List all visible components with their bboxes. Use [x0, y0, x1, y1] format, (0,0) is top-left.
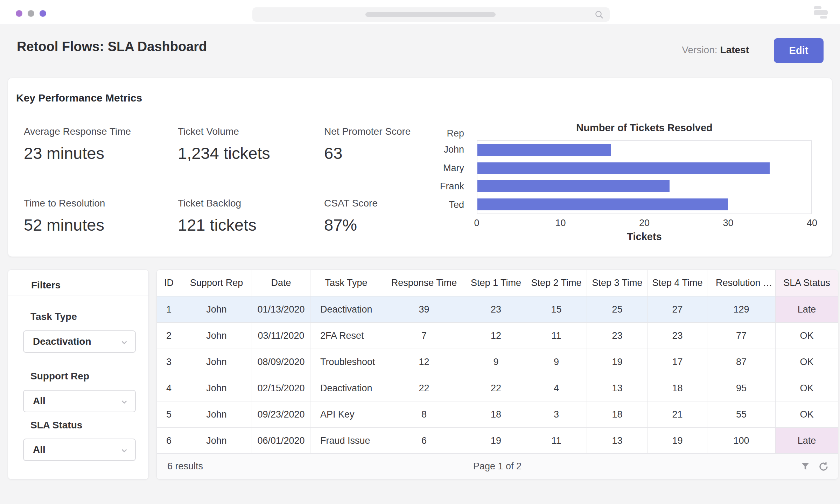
column-header[interactable]: Date	[252, 270, 310, 296]
metric-value: 1,234 tickets	[178, 144, 270, 163]
chart-x-axis-label: Tickets	[477, 231, 812, 243]
sla-status-cell: Late	[776, 428, 838, 454]
table-cell: 4	[526, 375, 587, 401]
table-cell: John	[181, 428, 252, 454]
table-cell: 39	[382, 296, 466, 322]
support-rep-label: Support Rep	[30, 371, 89, 382]
sla-status-cell: OK	[776, 375, 838, 401]
metric-value: 121 tickets	[178, 215, 257, 234]
table-body: 1John01/13/2020Deactivation3923152527129…	[157, 296, 838, 454]
address-search-bar[interactable]	[252, 7, 610, 22]
table-cell: 1	[157, 296, 181, 322]
table-cell: 55	[707, 401, 776, 427]
column-header[interactable]: Support Rep	[181, 270, 252, 296]
table-cell: 95	[707, 375, 776, 401]
support-rep-select[interactable]: All	[23, 390, 136, 412]
column-header[interactable]: Task Type	[310, 270, 382, 296]
table-cell: 08/09/2020	[252, 349, 310, 375]
task-type-value: Deactivation	[33, 336, 91, 347]
table-cell: John	[181, 349, 252, 375]
column-header[interactable]: Resolution Time	[707, 270, 776, 296]
table-cell: 18	[466, 401, 526, 427]
window-dot-icon[interactable]	[28, 10, 34, 17]
refresh-icon[interactable]	[818, 461, 829, 472]
filters-panel: Filters Task Type Deactivation Support R…	[8, 270, 149, 479]
chevron-down-icon	[120, 338, 128, 346]
metric-label: Ticket Volume	[178, 126, 270, 137]
column-header[interactable]: ID	[157, 270, 181, 296]
column-header[interactable]: SLA Status	[776, 270, 838, 296]
version-label: Version:	[682, 44, 717, 55]
table-cell: Deactivation	[310, 296, 382, 322]
table-row[interactable]: 4John02/15/2020Deactivation22224131895OK	[157, 375, 838, 401]
table-cell: 23	[466, 296, 526, 322]
filter-icon[interactable]	[800, 461, 811, 472]
chart-bar	[477, 144, 611, 156]
chart-x-tick-label: 10	[555, 218, 566, 229]
table-cell: 9	[466, 349, 526, 375]
table-cell: 129	[707, 296, 776, 322]
table-cell: 21	[648, 401, 707, 427]
sla-status-cell: OK	[776, 349, 838, 375]
window-dot-icon[interactable]	[16, 10, 22, 17]
table-cell: 100	[707, 428, 776, 454]
sla-status-cell: OK	[776, 401, 838, 427]
filters-title: Filters	[31, 280, 61, 291]
table-row[interactable]: 5John09/23/2020API Key8183182155OK	[157, 401, 838, 428]
metric-time-to-resolution: Time to Resolution 52 minutes	[24, 198, 105, 234]
table-cell: 12	[466, 323, 526, 349]
table-cell: API Key	[310, 401, 382, 427]
table-cell: 4	[157, 375, 181, 401]
column-header[interactable]: Response Time	[382, 270, 466, 296]
table-row[interactable]: 2John03/11/20202FA Reset71211232377OK	[157, 323, 838, 349]
chart-title: Number of Tickets Resolved	[477, 122, 812, 134]
chart-bar	[477, 180, 670, 192]
table-cell: 19	[648, 428, 707, 454]
table-cell: John	[181, 375, 252, 401]
table-row[interactable]: 3John08/09/2020Troubleshoot1299191787OK	[157, 349, 838, 375]
table-cell: 6	[382, 428, 466, 454]
sla-status-label: SLA Status	[30, 420, 82, 431]
support-rep-value: All	[33, 396, 46, 407]
table-cell: 12	[382, 349, 466, 375]
task-type-select[interactable]: Deactivation	[23, 330, 136, 353]
search-icon[interactable]	[594, 10, 604, 20]
chart-bar-row	[477, 177, 811, 196]
chart-x-axis-ticks: 010203040	[477, 218, 812, 229]
metric-label: Ticket Backlog	[178, 198, 257, 209]
table-cell: 27	[648, 296, 707, 322]
table-cell: 5	[157, 401, 181, 427]
edit-button[interactable]: Edit	[774, 38, 824, 63]
task-type-label: Task Type	[30, 311, 77, 322]
table-cell: 77	[707, 323, 776, 349]
window-dot-icon[interactable]	[40, 10, 46, 17]
sla-status-value: All	[33, 444, 46, 455]
table-cell: 01/13/2020	[252, 296, 310, 322]
table-cell: 18	[587, 401, 648, 427]
chart-category-label: Mary	[416, 159, 464, 177]
table-cell: 23	[587, 323, 648, 349]
metric-ticket-volume: Ticket Volume 1,234 tickets	[178, 126, 270, 163]
table-row[interactable]: 1John01/13/2020Deactivation3923152527129…	[157, 296, 838, 323]
column-header[interactable]: Step 2 Time	[526, 270, 587, 296]
column-header[interactable]: Step 3 Time	[587, 270, 648, 296]
chart-category-label: Frank	[416, 177, 464, 196]
table-footer: 6 results Page 1 of 2	[157, 453, 838, 479]
table-cell: 3	[157, 349, 181, 375]
chart-bar-row	[477, 141, 811, 159]
table-cell: 7	[382, 323, 466, 349]
pagination-status: Page 1 of 2	[157, 461, 838, 472]
sla-status-select[interactable]: All	[23, 439, 136, 461]
table-header-row: IDSupport RepDateTask TypeResponse TimeS…	[157, 270, 838, 296]
table-cell: 8	[382, 401, 466, 427]
table-cell: 2FA Reset	[310, 323, 382, 349]
table-cell: 19	[466, 428, 526, 454]
browser-top-bar	[0, 0, 840, 25]
table-cell: 87	[707, 349, 776, 375]
column-header[interactable]: Step 4 Time	[648, 270, 707, 296]
table-row[interactable]: 6John06/01/2020Fraud Issue619111319100La…	[157, 428, 838, 454]
metric-csat-score: CSAT Score 87%	[324, 198, 378, 234]
table-cell: John	[181, 401, 252, 427]
version-value: Latest	[720, 44, 749, 55]
column-header[interactable]: Step 1 Time	[466, 270, 526, 296]
